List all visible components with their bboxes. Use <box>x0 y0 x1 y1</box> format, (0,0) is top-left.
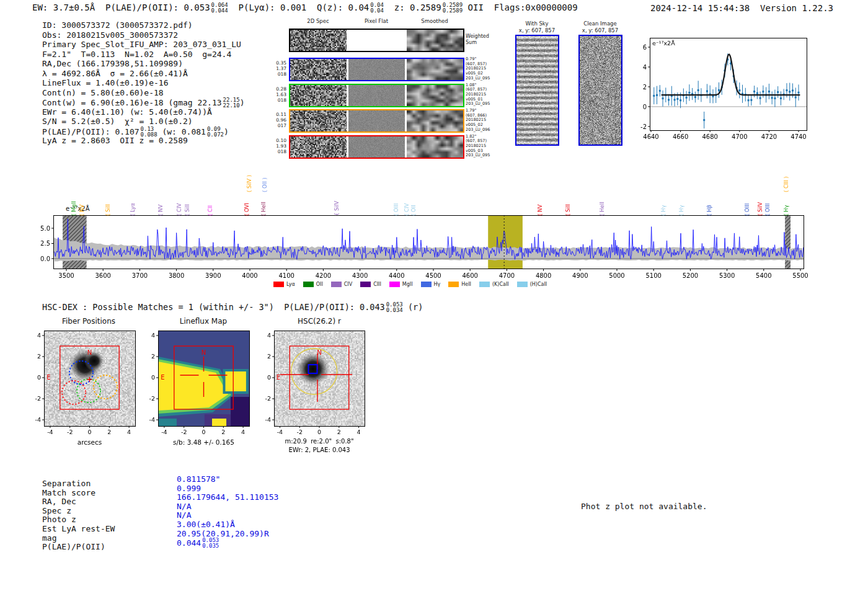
text-segment: F=2.1" T=0.113 N=1.02 A=0.50 g=24.4 <box>42 50 231 59</box>
spec2d-cell-blank <box>348 30 405 51</box>
header-meta: 2024-12-14 15:44:38 Version 1.22.3 <box>650 3 833 13</box>
sub-value: 0.072 <box>207 132 224 138</box>
match-row-label: Est LyA rest-EW <box>42 524 115 533</box>
match-row-value: 3.00(±0.41)Å <box>177 520 235 529</box>
emission-line-label: ( OIII <box>744 203 750 216</box>
spec2d-cell-image <box>407 136 463 158</box>
summary-line: F=2.1" T=0.113 N=1.02 A=0.50 g=24.4 <box>42 50 231 59</box>
line-fit-plot <box>639 26 812 147</box>
spec2d-row-frame <box>289 58 464 81</box>
sub-value: 22.10 <box>223 103 240 109</box>
hsc-dex-match-line: HSC-DEX : Possible Matches = 1 (within +… <box>42 302 423 313</box>
emission-line-label: ( SiIV <box>757 202 763 216</box>
sup-sub-value: 0.25890.2589 <box>443 2 463 14</box>
text-segment: (w: 0.081 <box>157 127 206 136</box>
legend-item: HeII <box>448 282 471 287</box>
legend-item: MgII <box>389 282 413 287</box>
text-segment: 0.044 <box>177 538 201 548</box>
phot-z-note: Phot z plot not available. <box>581 502 707 511</box>
text-segment: P(Lyα): 0.001 Q(z): 0.04 <box>228 2 370 12</box>
with-sky-coords: x, y: 607, 857 <box>503 27 571 33</box>
legend-label: (K)CaII <box>492 282 509 287</box>
emission-line-label: ( Hβ <box>706 205 712 216</box>
text-segment: ) <box>240 98 245 107</box>
spec2d-row-right-labels: 1.79" (607, 866) 20180215 v005_02 203_LU… <box>466 109 490 133</box>
text-segment: 3.00(±0.41)Å <box>177 520 235 529</box>
match-row-value: 0.999 <box>177 484 201 493</box>
spacer <box>750 3 760 13</box>
spectrum-legend: LyαOIICIVCIIIMgIIHγHeII(K)CaII(H)CaII <box>273 282 547 287</box>
summary-line: RA,Dec (166.179398,51.109989) <box>42 59 183 68</box>
spec2d-row-right-labels: 1.82" (607, 857) 20180215 v005_03 203_LU… <box>466 135 490 159</box>
text-segment: ) <box>224 127 229 136</box>
emission-line-label: ( SiII <box>184 204 190 216</box>
emission-line-label: ( NV <box>157 205 164 216</box>
match-row-label: Photo z <box>42 515 76 524</box>
emission-line-label: ( MgII <box>71 201 77 216</box>
column-header-2d-spec: 2D Spec <box>290 18 346 24</box>
spec2d-cell-image <box>290 59 347 80</box>
match-row-value: 20.95(20.91,20.99)R <box>177 529 269 538</box>
match-row-label: RA, Dec <box>42 497 76 506</box>
emission-line-label: ( OII ) <box>262 177 268 192</box>
hsc-image-cutout <box>254 326 378 463</box>
with-sky-title: With Sky <box>503 20 571 27</box>
clean-image-frame <box>578 35 622 146</box>
legend-swatch <box>360 282 371 287</box>
lineflux-map-cutout <box>140 326 264 463</box>
text-segment: N/A <box>177 502 191 511</box>
match-row-value: 0.811578" <box>177 474 220 484</box>
summary-line: λ = 4692.86Å σ = 2.66(±0.41)Å <box>42 69 188 78</box>
column-header-smoothed: Smoothed <box>407 18 463 24</box>
full-spectrum-plot <box>34 210 812 281</box>
text-segment: N/A <box>177 510 191 520</box>
emission-line-label: ( Lyα <box>130 203 136 216</box>
spec2d-cell-image <box>348 110 405 131</box>
emission-line-label: ( CIII ) <box>783 177 789 193</box>
summary-line: LyA z = 2.8603 OII z = 0.2589 <box>42 136 188 145</box>
match-row-label: Spec z <box>42 506 71 515</box>
text-segment: S/N = 5.2(±0.5) χ² = 1.0(±0.2) <box>42 117 193 126</box>
sub-value: 0.044 <box>211 8 228 14</box>
sub-value: 0.035 <box>202 543 219 549</box>
match-row-label: Separation <box>42 479 91 488</box>
spec2d-row-left-labels: 0.28 1.63 018 <box>269 86 286 104</box>
text-segment: λ = 4692.86Å σ = 2.66(±0.41)Å <box>42 69 188 78</box>
emission-line-label: ( HeII <box>260 202 267 216</box>
summary-line: S/N = 5.2(±0.5) χ² = 1.0(±0.2) <box>42 117 193 126</box>
sup-sub-value: 0.0530.034 <box>386 302 403 313</box>
emission-line-label: ( OVI <box>244 203 250 216</box>
text-segment: P(LAE)/P(OII): 0.107 <box>42 127 140 136</box>
text-segment: z: 0.2589 <box>384 2 441 12</box>
sub-value: 0.034 <box>386 308 403 313</box>
summary-line: ID: 3000573372 (3000573372.pdf) <box>42 20 193 30</box>
emission-line-labels: ( MgII( NV( SiII( Lyα( NV( CIV( SiII( CI… <box>0 162 868 216</box>
emission-line-label: ( SiII <box>565 204 571 216</box>
spec2d-cell-image <box>407 85 463 106</box>
text-segment: LyA z = 2.8603 OII z = 0.2589 <box>42 136 188 145</box>
legend-swatch <box>331 282 342 287</box>
fiber-positions-cutout <box>22 326 146 463</box>
legend-swatch <box>303 282 314 287</box>
text-segment: Primary Spec_Slot_IFU_AMP: 203_073_031_L… <box>42 40 241 49</box>
legend-label: Lyα <box>286 282 295 287</box>
legend-item: Lyα <box>273 282 295 287</box>
emission-line-label: ( OIII <box>393 203 399 216</box>
text-segment: 0.811578" <box>177 474 220 484</box>
legend-label: HeII <box>461 282 471 287</box>
legend-label: (H)CaII <box>530 282 547 287</box>
spec2d-row-left-labels: 0.10 1.93 018 <box>269 138 286 155</box>
emission-line-label: ( CII <box>207 205 213 216</box>
spec2d-row-right-labels: Weighted Sum <box>466 33 489 45</box>
clean-image-coords: x, y: 607, 857 <box>566 27 634 33</box>
fiber-positions-title: Fiber Positions <box>39 317 138 326</box>
emission-line-label: ( Hγ <box>678 205 684 216</box>
emission-line-label: ( SiII <box>105 204 111 216</box>
clean-image <box>580 36 621 144</box>
text-segment: OII Flags:0x00000009 <box>463 2 577 12</box>
elixer-report-page: EW: 3.7±0.5Å P(LAE)/P(OII): 0.0530.0640.… <box>0 0 868 591</box>
emission-line-label: ( NV <box>537 205 543 216</box>
summary-line: Obs: 20180215v005_3000573372 <box>42 30 178 40</box>
legend-swatch <box>448 282 459 287</box>
spec2d-cell-image <box>348 59 405 80</box>
